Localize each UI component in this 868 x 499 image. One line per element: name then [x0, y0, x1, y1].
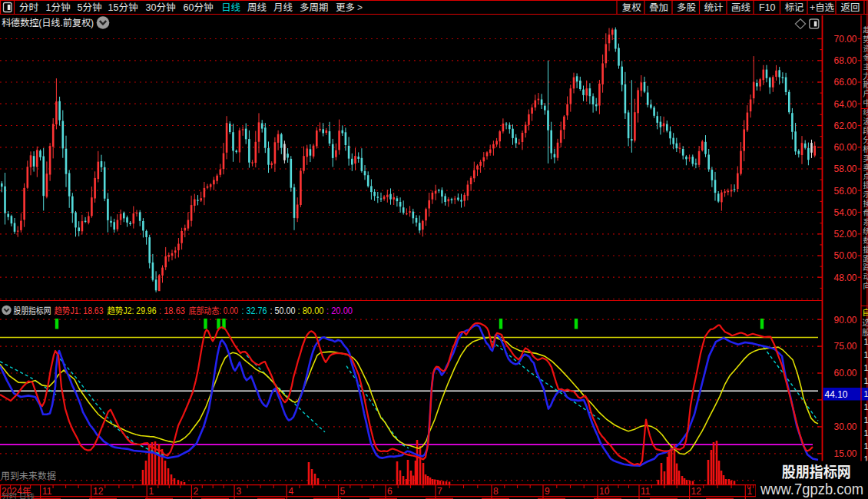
svg-text:力: 力	[863, 71, 868, 81]
svg-text:4: 4	[289, 486, 294, 497]
svg-text:日线: 日线	[221, 2, 240, 13]
svg-text:分: 分	[863, 135, 868, 144]
svg-text:系: 系	[863, 217, 868, 226]
svg-text:月线: 月线	[273, 2, 293, 13]
svg-text:段: 段	[863, 126, 868, 135]
svg-text:数: 数	[863, 236, 868, 245]
svg-text:主: 主	[863, 62, 868, 71]
svg-text:多周期: 多周期	[300, 2, 329, 13]
svg-text:1: 1	[864, 428, 868, 438]
svg-text:12: 12	[93, 486, 104, 497]
svg-text:10: 10	[599, 486, 610, 497]
svg-text:1分钟: 1分钟	[46, 2, 71, 13]
svg-text:8: 8	[493, 486, 499, 497]
svg-text:股朋指标网: 股朋指标网	[782, 460, 851, 482]
svg-text:返回: 返回	[841, 2, 860, 13]
svg-text:60.00: 60.00	[834, 368, 857, 378]
svg-text:据: 据	[863, 245, 868, 254]
svg-text:90.00: 90.00	[834, 315, 857, 326]
svg-text:股: 股	[862, 328, 868, 337]
svg-text:50.00: 50.00	[834, 250, 857, 261]
svg-text:48.00: 48.00	[834, 273, 857, 283]
svg-text:分时: 分时	[19, 2, 39, 13]
svg-text:科德数控(日线.前复权): 科德数控(日线.前复权)	[2, 18, 94, 28]
svg-text:56.00: 56.00	[834, 186, 857, 197]
svg-text:散: 散	[863, 80, 868, 89]
svg-text:6: 6	[387, 486, 393, 497]
svg-text:11: 11	[641, 486, 651, 497]
svg-text:12: 12	[691, 486, 702, 497]
svg-text:: 80.00: : 80.00	[298, 306, 324, 316]
svg-text:底部动态: 0.00: 底部动态: 0.00	[189, 306, 239, 316]
svg-text:1: 1	[864, 363, 868, 372]
svg-text:点: 点	[863, 171, 868, 180]
svg-text:趋: 趋	[863, 25, 868, 35]
svg-text:>: >	[357, 2, 363, 13]
svg-text:1: 1	[864, 350, 868, 359]
svg-text:62.00: 62.00	[834, 121, 857, 131]
svg-text:1: 1	[864, 402, 868, 411]
svg-text:买: 买	[863, 154, 868, 163]
svg-text:选: 选	[862, 318, 868, 327]
svg-text:5分钟: 5分钟	[78, 2, 102, 13]
svg-text:64.00: 64.00	[834, 99, 857, 110]
svg-text:1: 1	[149, 486, 154, 497]
svg-text:户: 户	[863, 89, 868, 98]
svg-text:动: 动	[863, 272, 868, 281]
svg-text:股朋指标网: 股朋指标网	[14, 306, 51, 316]
svg-text:趋势J1: 18.63: 趋势J1: 18.63	[55, 306, 104, 316]
svg-text:统: 统	[863, 226, 868, 236]
svg-text:1: 1	[864, 441, 868, 451]
svg-text:踪: 踪	[863, 263, 868, 272]
svg-text:标记: 标记	[785, 2, 804, 13]
svg-text:1: 1	[864, 337, 868, 346]
svg-text:示: 示	[863, 190, 868, 199]
svg-text:趋势J2: 29.96: 趋势J2: 29.96	[108, 306, 157, 316]
svg-text:1: 1	[864, 389, 868, 398]
svg-text:3: 3	[237, 486, 242, 497]
svg-text:: 32.76: : 32.76	[242, 306, 267, 316]
svg-text:58.00: 58.00	[834, 164, 857, 174]
svg-text:统计: 统计	[704, 2, 724, 13]
svg-text:操: 操	[863, 199, 868, 208]
svg-text:波: 波	[863, 117, 868, 126]
svg-text:www.7gpzb.com: www.7gpzb.com	[760, 481, 863, 497]
svg-text:画线: 画线	[731, 2, 750, 13]
svg-text:盘: 盘	[863, 208, 868, 217]
svg-text:提: 提	[863, 180, 868, 190]
svg-text:66.00: 66.00	[834, 77, 857, 88]
svg-text:1: 1	[864, 415, 868, 425]
svg-text:11: 11	[42, 486, 52, 497]
svg-text:: 18.63: : 18.63	[159, 306, 185, 316]
svg-text:中: 中	[863, 98, 868, 107]
svg-text:30.00: 30.00	[834, 421, 857, 432]
svg-text:52.00: 52.00	[834, 229, 857, 240]
svg-text:68.00: 68.00	[834, 55, 857, 66]
svg-text:卖: 卖	[863, 163, 868, 172]
svg-text:2: 2	[194, 486, 199, 497]
svg-text:析: 析	[863, 144, 868, 154]
svg-text:7: 7	[437, 486, 442, 497]
svg-text:: 50.00: : 50.00	[270, 306, 296, 316]
svg-text:54.00: 54.00	[834, 207, 857, 218]
svg-text:叠加: 叠加	[649, 2, 668, 13]
svg-text:用到未来数据: 用到未来数据	[1, 471, 56, 481]
svg-text:15.00: 15.00	[834, 448, 857, 459]
svg-text:复权: 复权	[622, 2, 642, 13]
svg-text:: 20.00: : 20.00	[326, 306, 353, 316]
svg-text:更多: 更多	[336, 2, 355, 13]
svg-text:15分钟: 15分钟	[108, 2, 138, 13]
svg-text:75.00: 75.00	[834, 341, 857, 352]
svg-text:30分钟: 30分钟	[146, 2, 176, 13]
svg-text:势: 势	[863, 35, 868, 44]
svg-text:9: 9	[545, 486, 550, 497]
svg-text:70.00: 70.00	[834, 34, 857, 45]
svg-text:金: 金	[863, 53, 868, 62]
svg-text:1: 1	[747, 486, 753, 497]
svg-text:5: 5	[340, 486, 346, 497]
svg-text:自: 自	[862, 308, 868, 317]
svg-text:跟: 跟	[863, 254, 868, 263]
svg-text:44.10: 44.10	[825, 389, 848, 400]
svg-text:F10: F10	[759, 2, 776, 13]
svg-text:分时 日线: 分时 日线	[2, 492, 35, 499]
